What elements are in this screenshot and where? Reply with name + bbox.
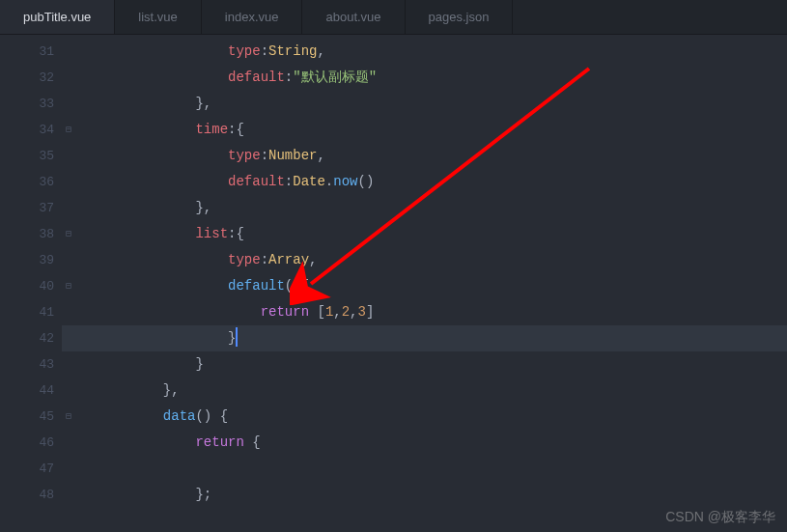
watermark: CSDN @极客李华 bbox=[665, 509, 775, 526]
line-number: 48 bbox=[0, 482, 62, 508]
tab-label: list.vue bbox=[138, 10, 177, 24]
line-number: 42 bbox=[0, 325, 62, 351]
code-line: time:{ bbox=[62, 117, 787, 143]
line-number: 31 bbox=[0, 39, 62, 65]
line-number: 33 bbox=[0, 91, 62, 117]
line-number: 37 bbox=[0, 195, 62, 221]
tab-pages[interactable]: pages.json bbox=[406, 0, 514, 34]
code-editor[interactable]: 31 32 33 34⊟ 35 36 37 38⊟ 39 40⊟ 41 42 4… bbox=[0, 35, 787, 532]
code-line: }, bbox=[62, 378, 787, 404]
line-number: 40⊟ bbox=[0, 273, 62, 299]
tab-about[interactable]: about.vue bbox=[302, 0, 405, 34]
code-line: return [1,2,3] bbox=[62, 299, 787, 325]
line-number-gutter: 31 32 33 34⊟ 35 36 37 38⊟ 39 40⊟ 41 42 4… bbox=[0, 35, 62, 532]
code-line: type:Array, bbox=[62, 247, 787, 273]
line-number: 39 bbox=[0, 247, 62, 273]
tab-label: about.vue bbox=[325, 10, 380, 24]
tab-index[interactable]: index.vue bbox=[202, 0, 303, 34]
code-line: default:"默认副标题" bbox=[62, 65, 787, 91]
code-line: return { bbox=[62, 430, 787, 456]
line-number: 46 bbox=[0, 430, 62, 456]
code-line: }, bbox=[62, 195, 787, 221]
code-line: }; bbox=[62, 482, 787, 508]
line-number: 36 bbox=[0, 169, 62, 195]
code-line: type:String, bbox=[62, 39, 787, 65]
line-number: 32 bbox=[0, 65, 62, 91]
text-cursor bbox=[236, 327, 238, 347]
line-number: 34⊟ bbox=[0, 117, 62, 143]
code-line: }, bbox=[62, 91, 787, 117]
line-number: 45⊟ bbox=[0, 404, 62, 430]
line-number: 47 bbox=[0, 456, 62, 482]
tab-bar: pubTitle.vue list.vue index.vue about.vu… bbox=[0, 0, 787, 35]
code-line: type:Number, bbox=[62, 143, 787, 169]
code-line bbox=[62, 456, 787, 482]
line-number: 35 bbox=[0, 143, 62, 169]
line-number: 38⊟ bbox=[0, 221, 62, 247]
code-line: default:Date.now() bbox=[62, 169, 787, 195]
code-line: } bbox=[62, 351, 787, 378]
tab-list[interactable]: list.vue bbox=[115, 0, 201, 34]
tab-pubtitle[interactable]: pubTitle.vue bbox=[0, 0, 115, 34]
line-number: 44 bbox=[0, 378, 62, 404]
line-number: 43 bbox=[0, 351, 62, 378]
tab-label: pages.json bbox=[429, 10, 490, 24]
tab-label: pubTitle.vue bbox=[23, 10, 91, 24]
code-line: default(){ bbox=[62, 273, 787, 299]
code-area[interactable]: type:String, default:"默认副标题" }, time:{ t… bbox=[62, 35, 787, 532]
code-line: data() { bbox=[62, 404, 787, 430]
line-number: 41 bbox=[0, 299, 62, 325]
code-line-current: } bbox=[62, 325, 787, 351]
code-line: list:{ bbox=[62, 221, 787, 247]
tab-label: index.vue bbox=[225, 10, 279, 24]
